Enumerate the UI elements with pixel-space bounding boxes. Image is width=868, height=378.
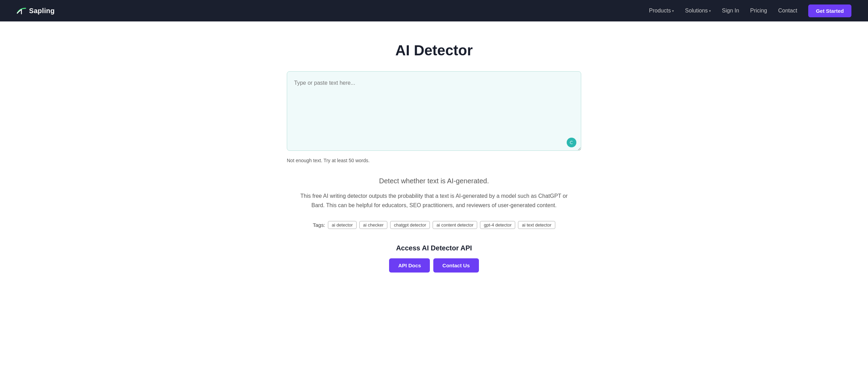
tag-gpt4-detector[interactable]: gpt-4 detector <box>480 221 515 229</box>
tag-ai-checker[interactable]: ai checker <box>359 221 387 229</box>
description-body: This free AI writing detector outputs th… <box>296 191 572 210</box>
logo-link[interactable]: Sapling <box>17 7 55 15</box>
nav-contact[interactable]: Contact <box>778 8 797 14</box>
nav-pricing[interactable]: Pricing <box>750 8 767 14</box>
nav-signin[interactable]: Sign In <box>722 8 739 14</box>
nav-solutions[interactable]: Solutions ▾ <box>685 8 711 14</box>
tag-ai-text-detector[interactable]: ai text detector <box>518 221 555 229</box>
status-message: Not enough text. Try at least 50 words. <box>287 158 581 163</box>
sapling-logo-icon <box>17 7 26 15</box>
api-section: Access AI Detector API API Docs Contact … <box>287 244 581 273</box>
api-heading: Access AI Detector API <box>287 244 581 252</box>
spinner-inner <box>570 141 573 144</box>
solutions-dropdown-arrow: ▾ <box>709 9 711 13</box>
description-section: Detect whether text is AI-generated. Thi… <box>287 177 581 210</box>
text-input[interactable] <box>287 71 581 151</box>
logo-text: Sapling <box>29 7 55 15</box>
page-title: AI Detector <box>287 42 581 59</box>
navbar-left: Sapling <box>17 7 55 15</box>
tag-ai-detector[interactable]: ai detector <box>328 221 357 229</box>
tags-label: Tags: <box>313 222 325 228</box>
description-heading: Detect whether text is AI-generated. <box>287 177 581 185</box>
api-docs-button[interactable]: API Docs <box>389 258 430 273</box>
textarea-wrapper <box>287 71 581 152</box>
nav-products[interactable]: Products ▾ <box>649 8 674 14</box>
api-buttons: API Docs Contact Us <box>287 258 581 273</box>
main-content: AI Detector Not enough text. Try at leas… <box>279 21 589 300</box>
tag-ai-content-detector[interactable]: ai content detector <box>433 221 477 229</box>
contact-us-button[interactable]: Contact Us <box>433 258 479 273</box>
tags-row: Tags: ai detector ai checker chatgpt det… <box>287 221 581 229</box>
products-dropdown-arrow: ▾ <box>672 9 674 13</box>
navbar: Sapling Products ▾ Solutions ▾ Sign In P… <box>0 0 868 21</box>
processing-indicator <box>567 138 576 147</box>
tag-chatgpt-detector[interactable]: chatgpt detector <box>390 221 430 229</box>
get-started-button[interactable]: Get Started <box>808 4 851 17</box>
navbar-right: Products ▾ Solutions ▾ Sign In Pricing C… <box>649 4 851 17</box>
